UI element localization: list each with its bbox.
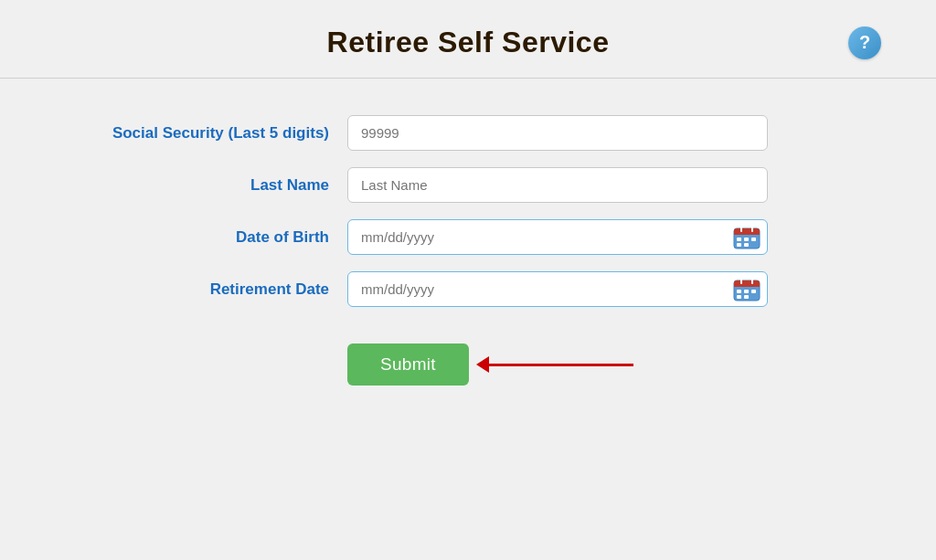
last-name-row: Last Name — [55, 167, 881, 203]
date-of-birth-label: Date of Birth — [55, 228, 347, 247]
svg-rect-13 — [737, 290, 741, 293]
last-name-input-wrapper — [347, 167, 768, 203]
svg-rect-4 — [744, 238, 749, 241]
svg-rect-17 — [744, 295, 749, 299]
date-of-birth-row: Date of Birth — [55, 219, 881, 255]
page-header: Retiree Self Service ? — [0, 0, 936, 79]
arrow-wrapper — [487, 364, 633, 366]
arrow-head — [476, 356, 489, 373]
svg-rect-14 — [744, 290, 749, 293]
svg-rect-16 — [737, 295, 741, 299]
last-name-label: Last Name — [55, 176, 347, 195]
last-name-input[interactable] — [347, 167, 768, 203]
svg-rect-3 — [737, 238, 741, 241]
retirement-date-input-wrapper — [347, 271, 768, 307]
social-security-row: Social Security (Last 5 digits) — [55, 115, 881, 151]
svg-rect-5 — [751, 238, 756, 241]
svg-rect-6 — [737, 243, 741, 247]
form-container: Social Security (Last 5 digits) Last Nam… — [0, 79, 936, 422]
svg-rect-12 — [734, 284, 760, 287]
svg-rect-15 — [751, 290, 756, 293]
date-of-birth-input[interactable] — [347, 219, 768, 255]
page-title: Retiree Self Service — [327, 26, 610, 59]
retirement-date-input[interactable] — [347, 271, 768, 307]
retirement-date-calendar-icon[interactable] — [733, 278, 760, 301]
retirement-date-label: Retirement Date — [55, 280, 347, 299]
date-of-birth-input-wrapper — [347, 219, 768, 255]
social-security-input-wrapper — [347, 115, 768, 151]
submit-row: Submit — [55, 343, 881, 386]
social-security-label: Social Security (Last 5 digits) — [55, 124, 347, 143]
svg-rect-2 — [734, 232, 760, 235]
svg-rect-7 — [744, 243, 749, 247]
social-security-input[interactable] — [347, 115, 768, 151]
arrow-line — [487, 364, 633, 366]
date-of-birth-calendar-icon[interactable] — [733, 226, 760, 249]
help-icon[interactable]: ? — [848, 26, 881, 59]
submit-button[interactable]: Submit — [347, 343, 469, 386]
retirement-date-row: Retirement Date — [55, 271, 881, 307]
